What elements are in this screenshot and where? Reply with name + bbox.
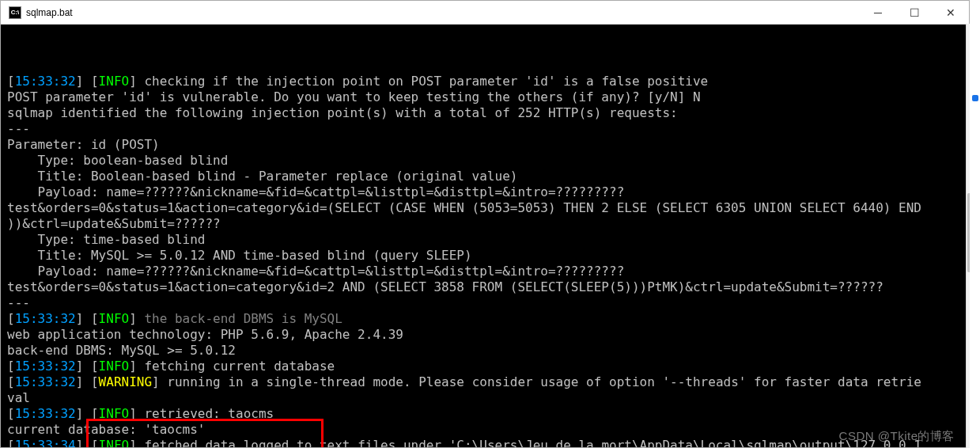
maximize-button[interactable]: ☐ (896, 1, 933, 25)
terminal-line: sqlmap identified the following injectio… (7, 105, 969, 121)
cmd-icon: C:\ (9, 6, 21, 19)
window-controls: ─ ☐ ✕ (860, 1, 969, 25)
terminal-line: --- (7, 295, 969, 311)
terminal-output[interactable]: [15:33:32] [INFO] checking if the inject… (1, 25, 969, 447)
minimize-button[interactable]: ─ (860, 1, 896, 25)
terminal-line: test&orders=0&status=1&action=category&i… (7, 200, 969, 216)
terminal-line: [15:33:32] [WARNING] running in a single… (7, 374, 969, 390)
command-window: C:\ sqlmap.bat ─ ☐ ✕ [15:33:32] [INFO] c… (0, 0, 970, 448)
terminal-line: POST parameter 'id' is vulnerable. Do yo… (7, 89, 969, 105)
adjacent-indicator (972, 95, 978, 101)
terminal-line: Title: Boolean-based blind - Parameter r… (7, 169, 969, 184)
terminal-line: Parameter: id (POST) (7, 137, 969, 153)
terminal-line: [15:33:32] [INFO] retrieved: taocms (7, 406, 969, 422)
terminal-line: current database: 'taocms' (7, 422, 969, 438)
terminal-line: [15:33:34] [INFO] fetched data logged to… (7, 438, 969, 447)
terminal-line: Title: MySQL >= 5.0.12 AND time-based bl… (7, 248, 969, 264)
terminal-line: [15:33:32] [INFO] the back-end DBMS is M… (7, 311, 969, 327)
terminal-line: Payload: name=??????&nickname=&fid=&catt… (7, 184, 969, 200)
terminal-line: Type: boolean-based blind (7, 153, 969, 169)
terminal-line: [15:33:32] [INFO] checking if the inject… (7, 74, 969, 89)
adjacent-window-edge (970, 0, 980, 448)
terminal-line: web application technology: PHP 5.6.9, A… (7, 327, 969, 343)
terminal-line: val (7, 390, 969, 406)
title-bar: C:\ sqlmap.bat ─ ☐ ✕ (1, 1, 969, 25)
terminal-line: test&orders=0&status=1&action=category&i… (7, 279, 969, 295)
terminal-line: Type: time-based blind (7, 232, 969, 248)
terminal-line: back-end DBMS: MySQL >= 5.0.12 (7, 343, 969, 359)
window-title: sqlmap.bat (26, 7, 860, 18)
terminal-line: Payload: name=??????&nickname=&fid=&catt… (7, 264, 969, 279)
close-button[interactable]: ✕ (933, 1, 969, 25)
terminal-line: ))&ctrl=update&Submit=?????? (7, 216, 969, 232)
terminal-line: [15:33:32] [INFO] fetching current datab… (7, 359, 969, 374)
terminal-line: --- (7, 121, 969, 137)
